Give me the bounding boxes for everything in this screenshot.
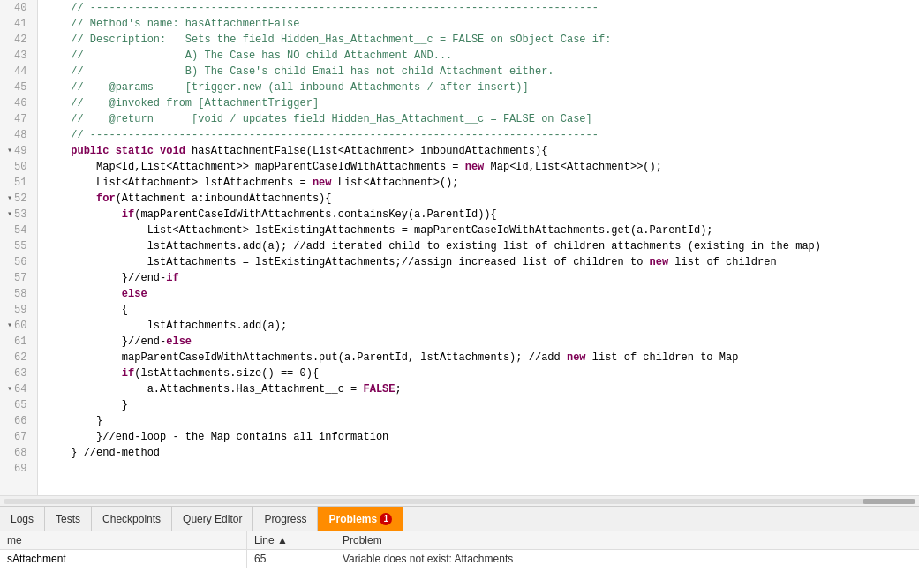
tab-logs[interactable]: Logs <box>0 507 45 531</box>
code-line: { <box>38 302 919 318</box>
code-line: for(Attachment a:inboundAttachments){ <box>38 191 919 207</box>
code-line: // B) The Case's child Email has not chi… <box>38 64 919 79</box>
code-lines: // -------------------------------------… <box>38 0 919 495</box>
problems-badge: 1 <box>380 513 392 525</box>
line-number: ▾53 <box>7 207 30 222</box>
problem-line: 65 <box>247 550 335 568</box>
tab-problems[interactable]: Problems1 <box>318 507 403 531</box>
code-line: Map<Id,List<Attachment>> mapParentCaseId… <box>38 159 919 175</box>
fold-arrow[interactable]: ▾ <box>7 143 12 159</box>
code-line: // @return [void / updates field Hidden_… <box>38 111 919 127</box>
table-row[interactable]: sAttachment 65 Variable does not exist: … <box>0 550 919 568</box>
code-line: // @params [trigger.new (all inbound Att… <box>38 79 919 95</box>
line-numbers: 404142434445464748▾495051▾52▾53545556575… <box>0 0 38 495</box>
line-number: 62 <box>7 350 30 366</box>
line-number: ▾64 <box>7 381 30 397</box>
code-editor: 404142434445464748▾495051▾52▾53545556575… <box>0 0 919 506</box>
code-line: public static void hasAttachmentFalse(Li… <box>38 143 919 159</box>
line-number: 69 <box>7 461 30 477</box>
line-number: 42 <box>7 32 30 48</box>
line-number: 65 <box>7 397 30 413</box>
col-line[interactable]: Line ▲ <box>247 531 335 549</box>
tab-progress[interactable]: Progress <box>253 507 318 531</box>
code-line: // -------------------------------------… <box>38 0 919 16</box>
line-number: ▾60 <box>7 318 30 334</box>
code-line: lstAttachments.add(a); //add iterated ch… <box>38 238 919 254</box>
fold-arrow[interactable]: ▾ <box>7 381 12 397</box>
scrollbar-track[interactable] <box>4 499 915 504</box>
line-number: 50 <box>7 159 30 175</box>
code-line: } <box>38 397 919 413</box>
code-line: lstAttachments.add(a); <box>38 318 919 334</box>
code-line: }//end-loop - the Map contains all infor… <box>38 429 919 445</box>
code-line: mapParentCaseIdWithAttachments.put(a.Par… <box>38 350 919 366</box>
line-number: 61 <box>7 334 30 350</box>
line-number: 40 <box>7 0 30 16</box>
code-line: else <box>38 286 919 302</box>
tab-query-editor[interactable]: Query Editor <box>172 507 253 531</box>
code-line: // @invoked from [AttachmentTrigger] <box>38 95 919 111</box>
fold-arrow[interactable]: ▾ <box>7 207 12 222</box>
code-line: List<Attachment> lstAttachments = new Li… <box>38 175 919 191</box>
code-line: lstAttachments = lstExistingAttachments;… <box>38 254 919 270</box>
line-number: 63 <box>7 366 30 381</box>
bottom-tab-bar: LogsTestsCheckpointsQuery EditorProgress… <box>0 506 919 531</box>
line-number: 44 <box>7 64 30 79</box>
line-number: 55 <box>7 238 30 254</box>
line-number: 59 <box>7 302 30 318</box>
fold-arrow[interactable]: ▾ <box>7 318 12 334</box>
line-number: 48 <box>7 127 30 143</box>
line-number: 54 <box>7 222 30 238</box>
code-line: }//end-else <box>38 334 919 350</box>
line-number: 66 <box>7 413 30 429</box>
problem-description: Variable does not exist: Attachments <box>335 550 919 568</box>
line-number: 58 <box>7 286 30 302</box>
problems-table-header: me Line ▲ Problem <box>0 531 919 550</box>
code-line: if(lstAttachments.size() == 0){ <box>38 366 919 381</box>
line-number: 46 <box>7 95 30 111</box>
line-number: 47 <box>7 111 30 127</box>
line-number: 68 <box>7 445 30 461</box>
line-number: ▾49 <box>7 143 30 159</box>
code-line: // Description: Sets the field Hidden_Ha… <box>38 32 919 48</box>
line-number: 51 <box>7 175 30 191</box>
code-line: if(mapParentCaseIdWithAttachments.contai… <box>38 207 919 222</box>
code-line: // Method's name: hasAttachmentFalse <box>38 16 919 32</box>
line-number: 56 <box>7 254 30 270</box>
horizontal-scrollbar[interactable] <box>0 495 919 506</box>
scrollbar-thumb[interactable] <box>863 499 915 504</box>
line-number: 41 <box>7 16 30 32</box>
code-line: } //end-method <box>38 445 919 461</box>
col-problem: Problem <box>335 531 919 549</box>
code-line: a.Attachments.Has_Attachment__c = FALSE; <box>38 381 919 397</box>
code-line: List<Attachment> lstExistingAttachments … <box>38 222 919 238</box>
code-line: } <box>38 413 919 429</box>
code-line: // -------------------------------------… <box>38 127 919 143</box>
line-number: 57 <box>7 270 30 286</box>
tab-tests[interactable]: Tests <box>45 507 92 531</box>
fold-arrow[interactable]: ▾ <box>7 191 12 207</box>
problems-panel: me Line ▲ Problem sAttachment 65 Variabl… <box>0 531 919 588</box>
code-area[interactable]: 404142434445464748▾495051▾52▾53545556575… <box>0 0 919 495</box>
line-number: 67 <box>7 429 30 445</box>
line-number: 45 <box>7 79 30 95</box>
code-line: // A) The Case has NO child Attachment A… <box>38 48 919 64</box>
line-number: ▾52 <box>7 191 30 207</box>
col-name: me <box>0 531 247 549</box>
tab-checkpoints[interactable]: Checkpoints <box>92 507 172 531</box>
problems-rows: sAttachment 65 Variable does not exist: … <box>0 550 919 568</box>
line-number: 43 <box>7 48 30 64</box>
code-line: }//end-if <box>38 270 919 286</box>
problem-name: sAttachment <box>0 550 247 568</box>
